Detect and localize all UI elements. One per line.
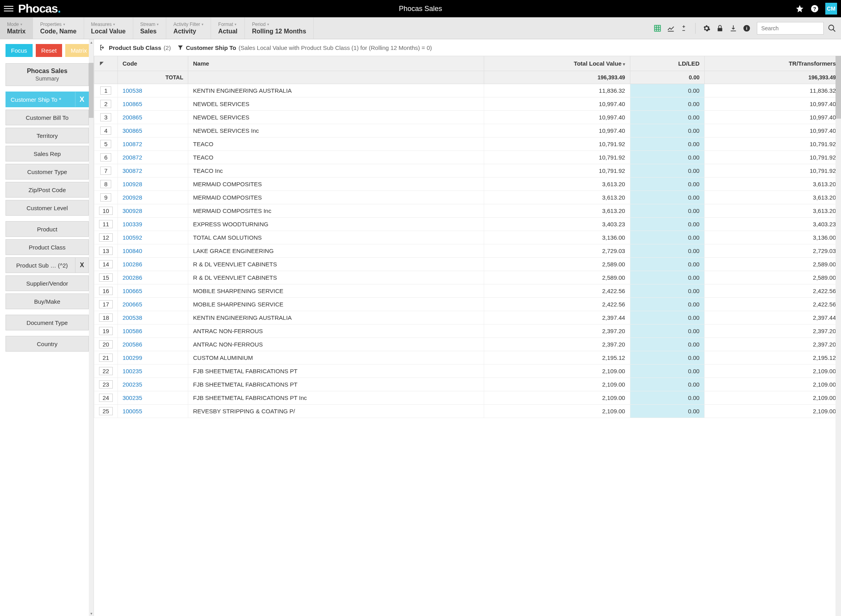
col-tr-transformers[interactable]: TR/Transformers xyxy=(704,56,841,71)
filter-icon[interactable] xyxy=(177,44,184,51)
table-row[interactable]: 5 100872 TEACO 10,791.92 0.00 10,791.92 xyxy=(94,138,841,151)
ribbon-measures[interactable]: Measures ▾Local Value xyxy=(84,17,133,39)
ribbon-mode[interactable]: Mode ▾Matrix xyxy=(0,17,33,39)
logo[interactable]: Phocas. xyxy=(18,2,61,15)
cell-code[interactable]: 100339 xyxy=(118,218,188,231)
hierarchy-icon[interactable] xyxy=(99,44,107,51)
table-row[interactable]: 14 100286 R & DL VEENVLIET CABINETS 2,58… xyxy=(94,258,841,271)
cell-code[interactable]: 300865 xyxy=(118,124,188,138)
table-row[interactable]: 6 200872 TEACO 10,791.92 0.00 10,791.92 xyxy=(94,151,841,164)
ribbon-stream[interactable]: Stream ▾Sales xyxy=(133,17,167,39)
col-index[interactable] xyxy=(94,56,118,71)
col-ld-led[interactable]: LD/LED xyxy=(630,56,704,71)
cell-code[interactable]: 100586 xyxy=(118,324,188,338)
cell-code[interactable]: 100538 xyxy=(118,84,188,97)
table-row[interactable]: 24 300235 FJB SHEETMETAL FABRICATIONS PT… xyxy=(94,391,841,405)
table-row[interactable]: 1 100538 KENTIN ENGINEERING AUSTRALIA 11… xyxy=(94,84,841,97)
cell-code[interactable]: 300235 xyxy=(118,391,188,405)
sidebar-item-customer-ship-to-[interactable]: Customer Ship To *X xyxy=(6,92,89,107)
menu-icon[interactable] xyxy=(4,4,13,13)
ribbon-period[interactable]: Period ▾Rolling 12 Months xyxy=(245,17,314,39)
reset-button[interactable]: Reset xyxy=(36,44,62,57)
table-row[interactable]: 3 200865 NEWDEL SERVICES 10,997.40 0.00 … xyxy=(94,111,841,124)
download-icon[interactable] xyxy=(729,24,737,32)
info-icon[interactable]: i xyxy=(743,24,751,32)
cell-code[interactable]: 200586 xyxy=(118,338,188,351)
cell-code[interactable]: 200872 xyxy=(118,151,188,164)
cell-code[interactable]: 100235 xyxy=(118,365,188,378)
cell-code[interactable]: 300872 xyxy=(118,164,188,178)
table-row[interactable]: 17 200665 MOBILE SHARPENING SERVICE 2,42… xyxy=(94,298,841,311)
sidebar-item-country[interactable]: Country xyxy=(6,336,89,352)
cell-code[interactable]: 100286 xyxy=(118,258,188,271)
ribbon-format[interactable]: Format ▾Actual xyxy=(211,17,245,39)
sidebar-item-customer-level[interactable]: Customer Level xyxy=(6,200,89,216)
star-icon[interactable] xyxy=(795,4,804,13)
cell-code[interactable]: 300928 xyxy=(118,204,188,218)
help-icon[interactable]: ? xyxy=(810,4,819,13)
table-scrollbar[interactable] xyxy=(835,56,841,616)
sidebar-item-customer-bill-to[interactable]: Customer Bill To xyxy=(6,110,89,125)
table-row[interactable]: 4 300865 NEWDEL SERVICES Inc 10,997.40 0… xyxy=(94,124,841,138)
sidebar-item-product[interactable]: Product xyxy=(6,221,89,237)
lock-icon[interactable] xyxy=(716,24,724,32)
table-row[interactable]: 22 100235 FJB SHEETMETAL FABRICATIONS PT… xyxy=(94,365,841,378)
gear-icon[interactable] xyxy=(703,24,711,32)
grid-icon[interactable] xyxy=(654,24,661,32)
close-icon[interactable]: X xyxy=(75,92,88,107)
table-row[interactable]: 11 100339 EXPRESS WOODTURNING 3,403.23 0… xyxy=(94,218,841,231)
table-row[interactable]: 16 100665 MOBILE SHARPENING SERVICE 2,42… xyxy=(94,284,841,298)
matrix-button[interactable]: Matrix xyxy=(65,44,92,57)
cell-code[interactable]: 200538 xyxy=(118,311,188,324)
sidebar-item-product-class[interactable]: Product Class xyxy=(6,239,89,255)
breadcrumb-item-2[interactable]: Customer Ship To xyxy=(186,44,236,51)
table-row[interactable]: 12 100592 TOTAL CAM SOLUTIONS 3,136.00 0… xyxy=(94,231,841,244)
table-row[interactable]: 7 300872 TEACO Inc 10,791.92 0.00 10,791… xyxy=(94,164,841,178)
sidebar-item-product-sub-2-[interactable]: Product Sub … (^2)X xyxy=(6,257,89,273)
sidebar-item-customer-type[interactable]: Customer Type xyxy=(6,164,89,180)
col-name[interactable]: Name xyxy=(188,56,484,71)
chart-icon[interactable] xyxy=(667,24,675,32)
cell-code[interactable]: 100055 xyxy=(118,405,188,418)
col-code[interactable]: Code xyxy=(118,56,188,71)
table-row[interactable]: 9 200928 MERMAID COMPOSITES 3,613.20 0.0… xyxy=(94,191,841,204)
focus-button[interactable]: Focus xyxy=(6,44,33,57)
cell-code[interactable]: 100865 xyxy=(118,97,188,111)
cell-code[interactable]: 200665 xyxy=(118,298,188,311)
sidebar-scrollbar[interactable]: ▴ ▾ xyxy=(89,39,94,616)
sidebar-item-territory[interactable]: Territory xyxy=(6,128,89,143)
cell-code[interactable]: 100299 xyxy=(118,351,188,365)
user-avatar[interactable]: CM xyxy=(825,3,837,15)
cell-code[interactable]: 100592 xyxy=(118,231,188,244)
table-row[interactable]: 15 200286 R & DL VEENVLIET CABINETS 2,58… xyxy=(94,271,841,284)
cell-code[interactable]: 200865 xyxy=(118,111,188,124)
table-row[interactable]: 10 300928 MERMAID COMPOSITES Inc 3,613.2… xyxy=(94,204,841,218)
cell-code[interactable]: 100872 xyxy=(118,138,188,151)
cell-code[interactable]: 100665 xyxy=(118,284,188,298)
table-row[interactable]: 2 100865 NEWDEL SERVICES 10,997.40 0.00 … xyxy=(94,97,841,111)
search-input[interactable] xyxy=(757,22,824,35)
table-row[interactable]: 19 100586 ANTRAC NON-FERROUS 2,397.20 0.… xyxy=(94,324,841,338)
cell-code[interactable]: 200235 xyxy=(118,378,188,391)
col-total-local-value[interactable]: Total Local Value xyxy=(484,56,630,71)
cell-code[interactable]: 100840 xyxy=(118,244,188,258)
cell-code[interactable]: 200286 xyxy=(118,271,188,284)
table-row[interactable]: 23 200235 FJB SHEETMETAL FABRICATIONS PT… xyxy=(94,378,841,391)
sidebar-item-supplier-vendor[interactable]: Supplier/Vendor xyxy=(6,275,89,291)
ribbon-activity-filter[interactable]: Activity Filter ▾Activity xyxy=(166,17,211,39)
search-icon[interactable] xyxy=(828,24,836,33)
sidebar-item-buy-make[interactable]: Buy/Make xyxy=(6,293,89,309)
table-row[interactable]: 8 100928 MERMAID COMPOSITES 3,613.20 0.0… xyxy=(94,178,841,191)
close-icon[interactable]: X xyxy=(75,258,88,273)
cell-code[interactable]: 100928 xyxy=(118,178,188,191)
table-row[interactable]: 21 100299 CUSTOM ALUMINIUM 2,195.12 0.00… xyxy=(94,351,841,365)
breadcrumb-item-1[interactable]: Product Sub Class xyxy=(109,44,161,51)
sidebar-item-sales-rep[interactable]: Sales Rep xyxy=(6,146,89,161)
plus-minus-icon[interactable]: +− xyxy=(680,24,688,32)
table-row[interactable]: 20 200586 ANTRAC NON-FERROUS 2,397.20 0.… xyxy=(94,338,841,351)
ribbon-properties[interactable]: Properties ▾Code, Name xyxy=(33,17,84,39)
sidebar-summary-card[interactable]: Phocas Sales Summary xyxy=(6,63,89,86)
cell-code[interactable]: 200928 xyxy=(118,191,188,204)
table-row[interactable]: 18 200538 KENTIN ENGINEERING AUSTRALIA 2… xyxy=(94,311,841,324)
table-row[interactable]: 25 100055 REVESBY STRIPPING & COATING P/… xyxy=(94,405,841,418)
